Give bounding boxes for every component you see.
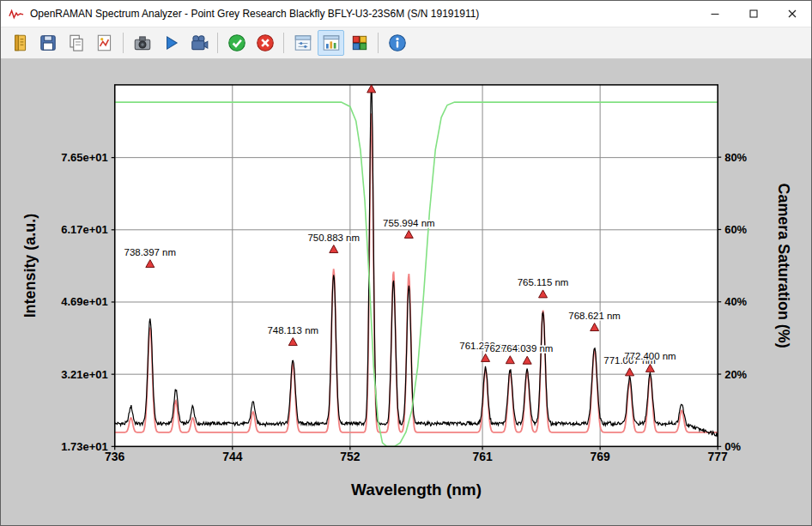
toolbar-separator (378, 33, 379, 53)
spectrum-chart[interactable]: 7367447527617697771.73e+013.21e+014.69e+… (1, 59, 811, 525)
y-tick-label-left: 4.69e+01 (61, 295, 107, 308)
acquisition-settings-icon (293, 33, 313, 53)
record-video-icon (189, 33, 209, 53)
app-icon (9, 8, 24, 20)
y-tick-label-right: 20% (724, 368, 747, 381)
export-image-icon (94, 33, 115, 53)
toolbar-separator (283, 33, 284, 53)
record-video-button[interactable] (185, 30, 212, 56)
x-tick-label: 761 (472, 450, 493, 463)
y-tick-label-right: 80% (724, 151, 747, 164)
title-bar: OpenRAMAN Spectrum Analyzer - Point Grey… (1, 1, 811, 27)
peak-label: 750.883 nm (307, 233, 360, 243)
peak-label: 764.039 nm (501, 343, 554, 354)
x-tick-label: 744 (222, 450, 243, 463)
accept-button[interactable] (223, 30, 250, 56)
peak-label: 738.397 nm (124, 247, 177, 257)
peak-label: 772.400 nm (624, 351, 676, 361)
x-axis-title: Wavelength (nm) (351, 481, 482, 499)
play-acquisition-icon (161, 33, 181, 53)
camera-settings-icon (132, 33, 153, 53)
graph-settings-button[interactable] (318, 30, 344, 56)
peak-label: 755.994 nm (383, 218, 435, 228)
peak-label: 765.115 nm (518, 277, 569, 287)
color-map-button[interactable] (346, 30, 373, 56)
y-tick-label-left: 1.73e+01 (61, 440, 107, 453)
peak-label: 748.113 nm (267, 325, 318, 336)
minimize-button[interactable] (695, 1, 734, 27)
close-button[interactable] (773, 1, 811, 27)
window-title: OpenRAMAN Spectrum Analyzer - Point Grey… (30, 8, 695, 20)
reject-icon (255, 33, 276, 53)
toolbar (1, 27, 811, 59)
toolbar-separator (217, 33, 218, 53)
camera-settings-button[interactable] (129, 30, 155, 56)
graph-settings-icon (321, 33, 342, 53)
about-button[interactable] (384, 30, 410, 56)
open-spectrum-button[interactable] (6, 30, 33, 56)
y-axis-title-right: Camera Saturation (%) (775, 184, 792, 348)
color-map-icon (349, 33, 370, 53)
y-tick-label-right: 40% (724, 295, 747, 308)
app-window: OpenRAMAN Spectrum Analyzer - Point Grey… (0, 0, 812, 526)
export-image-button[interactable] (91, 30, 118, 56)
y-tick-label-right: 60% (724, 223, 747, 236)
save-spectrum-icon (38, 33, 58, 53)
maximize-icon (750, 10, 757, 17)
y-tick-label-right: 0% (724, 440, 741, 453)
open-spectrum-icon (9, 33, 30, 53)
y-tick-label-left: 3.21e+01 (61, 368, 107, 381)
y-axis-title-left: Intensity (a.u.) (21, 214, 39, 318)
maximize-button[interactable] (734, 1, 773, 27)
y-tick-label-left: 7.65e+01 (61, 151, 107, 164)
y-tick-label-left: 6.17e+01 (61, 223, 107, 236)
reject-button[interactable] (251, 30, 278, 56)
toolbar-separator (123, 33, 124, 53)
window-controls (695, 1, 811, 27)
x-tick-label: 769 (591, 450, 611, 463)
copy-data-button[interactable] (63, 30, 89, 56)
peak-label: 768.621 nm (568, 311, 621, 321)
play-acquisition-button[interactable] (157, 30, 184, 56)
acquisition-settings-button[interactable] (289, 30, 316, 56)
save-spectrum-button[interactable] (34, 30, 61, 56)
accept-icon (227, 33, 247, 53)
x-tick-label: 752 (340, 450, 361, 463)
copy-data-icon (66, 33, 87, 53)
about-icon (387, 33, 408, 53)
chart-canvas[interactable]: 7367447527617697771.73e+013.21e+014.69e+… (1, 59, 811, 525)
close-icon (787, 9, 797, 19)
